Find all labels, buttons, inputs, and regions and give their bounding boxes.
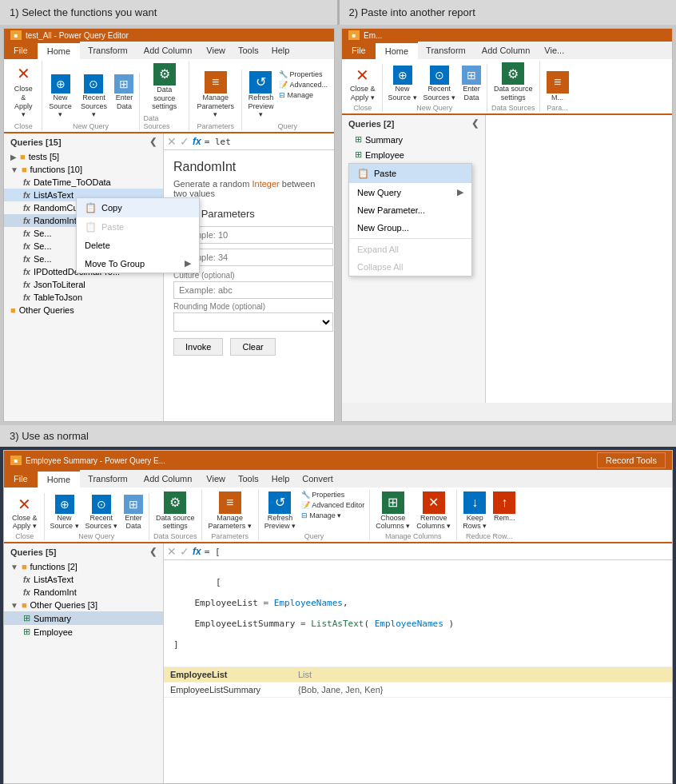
formula-cancel-btn[interactable]: ✕ xyxy=(167,135,177,148)
new-parameter-item[interactable]: New Parameter... xyxy=(349,201,471,219)
manage-button[interactable]: ⊟Manage xyxy=(277,90,329,100)
employee-item[interactable]: ⊞ Employee xyxy=(342,147,485,162)
p3-employee-item[interactable]: ⊞ Employee xyxy=(4,625,163,639)
panel3-addcol-tab[interactable]: Add Column xyxy=(136,470,201,488)
p3-functions-group[interactable]: ▼ ■ functions [2] xyxy=(4,560,163,573)
p3-newsource-btn[interactable]: ⊕ NewSource ▾ xyxy=(48,493,82,533)
refresh-preview-button[interactable]: ↺ RefreshPreview ▾ xyxy=(245,70,276,121)
functions-group[interactable]: ▼ ■ functions [10] xyxy=(4,163,163,176)
p3-ok-btn[interactable]: ✓ xyxy=(180,545,189,558)
p3-summary-item[interactable]: ⊞ Summary xyxy=(4,611,163,625)
panel1-help-tab[interactable]: Help xyxy=(265,42,296,59)
new-source-button[interactable]: ⊕ NewSource ▾ xyxy=(46,73,76,121)
p3-enterdata-btn[interactable]: ⊞ EnterData xyxy=(121,493,145,533)
close-apply-button[interactable]: ✕ Close &Apply ▾ xyxy=(9,61,38,121)
paste-menu-item[interactable]: 📋 Paste xyxy=(77,217,164,237)
p3-refresh-btn[interactable]: ↺ RefreshPreview ▾ xyxy=(262,490,299,533)
tests-group[interactable]: ▶ ■ tests [5] xyxy=(4,150,163,163)
p3-collapse-btn[interactable]: ❮ xyxy=(149,547,157,557)
new-query-item[interactable]: New Query ▶ xyxy=(349,183,471,201)
panel3-query-pane: Queries [5] ❮ ▼ ■ functions [2] fx ListA… xyxy=(4,543,164,783)
culture-input[interactable] xyxy=(173,281,333,299)
p2-close-button[interactable]: ✕ Close &Apply ▾ xyxy=(347,64,379,104)
panel1-home-tab[interactable]: Home xyxy=(38,42,80,59)
p3-recentsources-icon: ⊙ xyxy=(92,495,111,514)
choose-columns-btn[interactable]: ⊞ ChooseColumns ▾ xyxy=(373,490,412,533)
rounding-select[interactable] xyxy=(173,312,333,332)
summary-item[interactable]: ⊞ Summary xyxy=(342,132,485,147)
p2-collapse-btn[interactable]: ❮ xyxy=(471,118,479,129)
p3-advanced-btn[interactable]: 📝Advanced Editor xyxy=(300,500,366,510)
p3-close-icon: ✕ xyxy=(18,495,31,514)
p3-datasource-btn[interactable]: ⚙ Data sourcesettings xyxy=(153,490,198,533)
p3-randomint-item[interactable]: fx RandomInt xyxy=(4,586,163,599)
panel1-transform-tab[interactable]: Transform xyxy=(80,42,136,59)
invoke-button[interactable]: Invoke xyxy=(173,338,223,356)
p3-cancel-btn[interactable]: ✕ xyxy=(167,545,177,558)
p3-otherqueries-group[interactable]: ▼ ■ Other Queries [3] xyxy=(4,599,163,611)
datasource-settings-button[interactable]: ⚙ Data sourcesettings xyxy=(143,62,185,113)
p3-manage-btn[interactable]: ⊟Manage ▾ xyxy=(300,511,366,520)
panel3-convert-tab[interactable]: Convert xyxy=(296,470,340,488)
p2-datasource-btn[interactable]: ⚙ Data sourcesettings xyxy=(491,61,536,104)
keep-rows-btn[interactable]: ↓ KeepRows ▾ xyxy=(460,490,489,533)
p3-manageparams-btn[interactable]: ≡ ManageParameters ▾ xyxy=(205,490,255,533)
panel3-transform-tab[interactable]: Transform xyxy=(80,470,136,488)
p3-row2[interactable]: EmployeeListSummary {Bob, Jane, Jen, Ken… xyxy=(164,683,672,698)
expand-all-item[interactable]: Expand All xyxy=(349,241,471,258)
ribbon-group-newquery: ⊕ NewSource ▾ ⊙ RecentSources ▾ ⊞ EnterD… xyxy=(42,73,141,130)
p3-params-group: ≡ ManageParameters ▾ Parameters xyxy=(202,490,259,541)
panel1-addcol-tab[interactable]: Add Column xyxy=(136,42,201,59)
randomint-item[interactable]: fx RandomInt 📋 Copy 📋 Paste Delete xyxy=(4,214,163,227)
panel3-help-tab[interactable]: Help xyxy=(265,470,296,488)
otherqueries-label: Other Queries xyxy=(19,305,74,315)
panel2-view-tab[interactable]: Vie... xyxy=(538,42,571,59)
otherqueries-group[interactable]: ■ Other Queries xyxy=(4,304,163,316)
p3-recentsources-btn[interactable]: ⊙ RecentSources ▾ xyxy=(83,493,121,533)
enter-data-button[interactable]: ⊞ EnterData xyxy=(112,73,136,121)
p3-listastext-label: ListAsText xyxy=(34,575,74,584)
p3-close-btn[interactable]: ✕ Close &Apply ▾ xyxy=(9,493,41,533)
tabletojson-item[interactable]: fx TableToJson xyxy=(4,291,163,304)
panel2-file-tab[interactable]: File xyxy=(342,42,376,59)
panel3-view-tab[interactable]: View xyxy=(200,470,232,488)
collapse-all-item[interactable]: Collapse All xyxy=(349,258,471,276)
p3-formula-input[interactable] xyxy=(205,547,669,557)
panel2-transform-tab[interactable]: Transform xyxy=(418,42,474,59)
panel3-home-tab[interactable]: Home xyxy=(38,470,80,488)
panel3-tools-tab[interactable]: Tools xyxy=(232,470,265,488)
p2-datasources-group: ⚙ Data sourcesettings Data Sources xyxy=(487,61,540,112)
clear-button[interactable]: Clear xyxy=(230,338,275,356)
remove-columns-btn[interactable]: ✕ RemoveColumns ▾ xyxy=(414,490,453,533)
panel2-home-tab[interactable]: Home xyxy=(376,42,418,59)
p2-newsource-btn[interactable]: ⊕ NewSource ▾ xyxy=(386,64,420,104)
manage-parameters-button[interactable]: ≡ ManageParameters ▾ xyxy=(193,70,239,121)
p3-properties-btn[interactable]: 🔧Properties xyxy=(300,490,366,499)
delete-menu-item[interactable]: Delete xyxy=(77,237,164,254)
formula-input[interactable] xyxy=(205,137,331,147)
p2-manageparams-btn[interactable]: ≡ M... xyxy=(543,70,572,104)
movetogroup-menu-item[interactable]: Move To Group ▶ xyxy=(77,254,164,273)
jsontoliteral-item[interactable]: fx JsonToLiteral xyxy=(4,278,163,291)
copy-menu-item[interactable]: 📋 Copy xyxy=(77,198,164,217)
paste-item[interactable]: 📋 Paste xyxy=(349,164,471,183)
panel3-file-tab[interactable]: File xyxy=(4,470,38,488)
remove-rows-btn[interactable]: ↑ Rem... xyxy=(491,490,518,533)
p3-listastext-item[interactable]: fx ListAsText xyxy=(4,573,163,586)
p3-row1[interactable]: EmployeeList List xyxy=(164,667,672,683)
panel2-addcol-tab[interactable]: Add Column xyxy=(474,42,539,59)
new-group-item[interactable]: New Group... xyxy=(349,219,471,237)
panel1-file-tab[interactable]: File xyxy=(4,42,38,59)
advanced-editor-button[interactable]: 📝Advanced... xyxy=(277,80,329,90)
panel1-tools-tab[interactable]: Tools xyxy=(232,42,265,59)
properties-button[interactable]: 🔧Properties xyxy=(277,70,329,79)
panel1-view-tab[interactable]: View xyxy=(200,42,232,59)
p2-enterdata-btn[interactable]: ⊞ EnterData xyxy=(459,64,483,104)
datetime-item[interactable]: fx DateTime_ToOData xyxy=(4,176,163,189)
recent-sources-button[interactable]: ⊙ RecentSources ▾ xyxy=(78,73,111,121)
p2-recentsources-btn[interactable]: ⊙ RecentSources ▾ xyxy=(421,64,459,104)
collapse-queries-button[interactable]: ❮ xyxy=(149,137,157,147)
formula-ok-btn[interactable]: ✓ xyxy=(180,135,189,148)
p3-formula-bar: ✕ ✓ fx xyxy=(164,543,672,560)
record-tools-tab[interactable]: Record Tools xyxy=(597,452,666,468)
